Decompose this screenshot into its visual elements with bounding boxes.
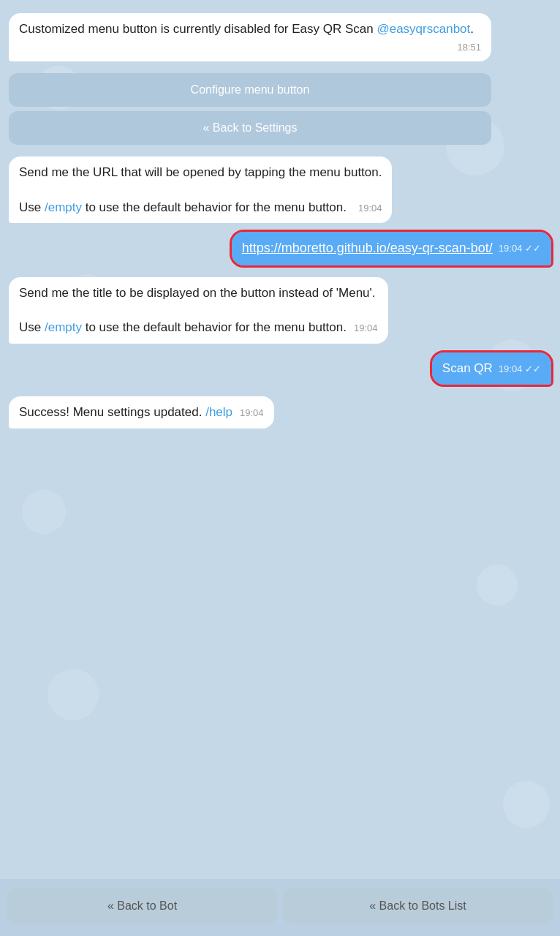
help-command-link[interactable]: /help xyxy=(205,405,232,419)
back-to-bot-button[interactable]: « Back to Bot xyxy=(7,888,277,924)
message-text: Success! Menu settings updated. /help xyxy=(19,405,232,419)
chat-area: Customized menu button is currently disa… xyxy=(0,7,560,879)
bot-mention-link[interactable]: @easyqrscanbot xyxy=(377,22,470,36)
back-to-settings-button[interactable]: « Back to Settings xyxy=(9,111,491,145)
message-text: Send me the title to be displayed on the… xyxy=(19,286,376,335)
message-timestamp-3: 19:04 xyxy=(358,202,382,215)
message-timestamp: 18:51 xyxy=(457,41,481,54)
message-bubble-sent-url: https://mboretto.github.io/easy-qr-scan-… xyxy=(232,232,551,265)
message-bubble-received-3: Send me the URL that will be opened by t… xyxy=(9,156,392,223)
message-bubble-received-5: Send me the title to be displayed on the… xyxy=(9,277,388,344)
url-link[interactable]: https://mboretto.github.io/easy-qr-scan-… xyxy=(242,241,493,255)
message-bubble-received-1: Customized menu button is currently disa… xyxy=(9,13,491,61)
inline-button-row: Configure menu button « Back to Settings xyxy=(9,73,491,145)
empty-command-link[interactable]: /empty xyxy=(45,200,82,214)
message-text: Customized menu button is currently disa… xyxy=(19,22,474,36)
double-check-icon: ✓✓ xyxy=(525,243,541,254)
message-bubble-sent-scanqr: Scan QR 19:04 ✓✓ xyxy=(432,352,551,385)
message-bubble-received-7: Success! Menu settings updated. /help 19… xyxy=(9,396,274,429)
configure-menu-button[interactable]: Configure menu button xyxy=(9,73,491,107)
bottom-bar: « Back to Bot « Back to Bots List xyxy=(0,879,560,936)
message-timestamp-5: 19:04 xyxy=(354,322,378,335)
message-timestamp-7: 19:04 xyxy=(240,407,264,420)
message-text: Send me the URL that will be opened by t… xyxy=(19,165,382,214)
message-text-sent: Scan QR xyxy=(442,361,493,375)
message-timestamp-4: 19:04 ✓✓ xyxy=(499,242,541,255)
double-check-icon-2: ✓✓ xyxy=(525,363,541,374)
back-to-bots-list-button[interactable]: « Back to Bots List xyxy=(283,888,553,924)
empty-command-link-2[interactable]: /empty xyxy=(45,320,82,334)
message-timestamp-6: 19:04 ✓✓ xyxy=(499,363,541,376)
